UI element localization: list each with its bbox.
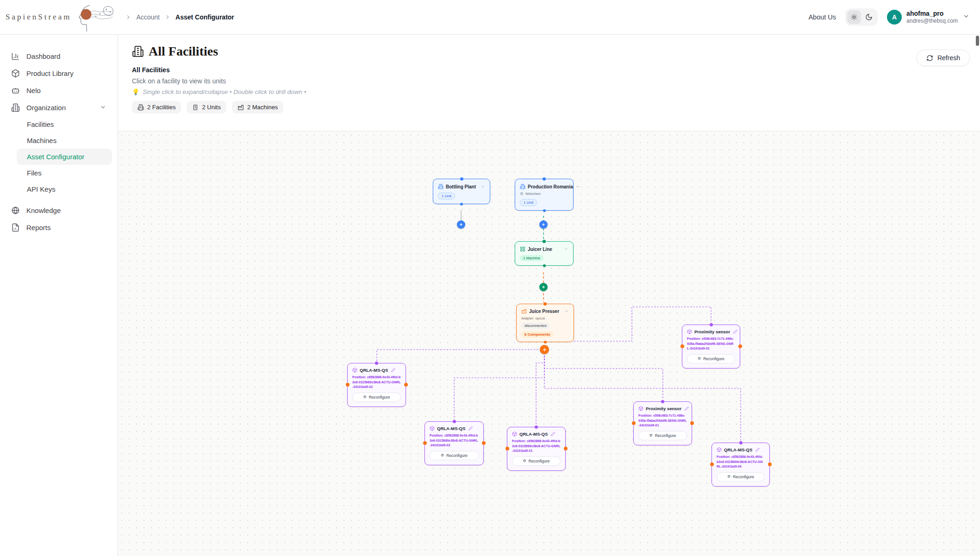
component-position: Position: c8562886-9e43-4f0d-b3e6-031566…: [512, 439, 561, 454]
node-juice-presser[interactable]: Juice Presser Adapter: opcua disconnecte…: [516, 304, 574, 342]
user-menu[interactable]: A ahofma_pro andres@thebsq.com: [887, 10, 970, 25]
units-count-badge: 2 Units: [187, 101, 226, 113]
sidebar-item-dashboard[interactable]: Dashboard: [6, 48, 112, 65]
node-proximity-sensor-01[interactable]: Proximity sensor Position: e508c983-7c71…: [633, 401, 692, 445]
sidebar-item-nelo[interactable]: Nelo: [6, 82, 112, 99]
light-mode-button[interactable]: [847, 10, 861, 24]
dark-mode-button[interactable]: [862, 10, 876, 24]
connection-handle[interactable]: [453, 420, 456, 423]
sidebar-item-asset-configurator[interactable]: Asset Configurator: [17, 149, 112, 165]
connection-handle[interactable]: [535, 425, 538, 429]
refresh-button[interactable]: Refresh: [917, 50, 970, 66]
breadcrumb-account[interactable]: Account: [136, 13, 160, 21]
add-machine-button[interactable]: [539, 283, 548, 291]
connection-handle[interactable]: [506, 447, 509, 450]
connection-handle[interactable]: [543, 209, 546, 212]
reconfigure-button[interactable]: ⚙ Reconfigure: [687, 354, 735, 363]
node-juicer-line[interactable]: Juicer Line 1 Machine: [515, 241, 574, 266]
component-box-icon: [352, 368, 357, 373]
node-component-qrla-03[interactable]: QRLA-MS-QS Position: c8562886-9e43-4f0d-…: [424, 421, 484, 465]
chevron-down-icon: [962, 12, 970, 22]
sidebar-item-facilities[interactable]: Facilities: [17, 116, 112, 132]
sidebar-item-label: Dashboard: [26, 52, 106, 60]
edit-pencil-icon[interactable]: [733, 330, 737, 334]
node-production-romania[interactable]: Production Romania München 1 Unit: [515, 179, 574, 211]
connection-handle[interactable]: [768, 462, 772, 466]
connection-handle[interactable]: [710, 462, 714, 466]
connection-handle[interactable]: [482, 441, 486, 445]
reconfigure-label: Reconfigure: [733, 475, 754, 479]
component-box-icon: [687, 329, 692, 334]
scrollbar-thumb[interactable]: [976, 36, 979, 46]
reconfigure-button[interactable]: ⚙ Reconfigure: [352, 393, 401, 402]
edit-pencil-icon[interactable]: [391, 368, 395, 372]
connection-handle[interactable]: [632, 421, 636, 425]
facility-location: München: [525, 192, 541, 196]
connection-handle[interactable]: [460, 203, 463, 206]
reconfigure-button[interactable]: ⚙ Reconfigure: [638, 431, 687, 440]
sidebar-item-reports[interactable]: Reports: [6, 219, 112, 236]
sidebar-item-label: Nelo: [26, 87, 106, 94]
node-proximity-sensor-02[interactable]: Proximity sensor Position: e508c983-7c71…: [682, 325, 740, 369]
gear-icon: ⚙: [727, 475, 730, 479]
edit-pencil-icon[interactable]: [468, 426, 473, 431]
add-unit-button[interactable]: [539, 220, 548, 229]
reconfigure-button[interactable]: ⚙ Reconfigure: [512, 456, 561, 466]
edit-pencil-icon[interactable]: [755, 448, 760, 452]
edit-pencil-icon[interactable]: [685, 406, 689, 411]
add-component-button[interactable]: [540, 345, 549, 354]
connection-handle[interactable]: [738, 344, 742, 348]
gear-icon: ⚙: [523, 459, 526, 463]
connection-handle[interactable]: [710, 323, 713, 326]
connection-handle[interactable]: [423, 441, 427, 445]
user-name: ahofma_pro: [906, 10, 958, 18]
collapse-icon[interactable]: [564, 247, 568, 251]
sidebar-item-api-keys[interactable]: API Keys: [17, 181, 112, 197]
reconfigure-label: Reconfigure: [369, 395, 390, 400]
node-component-qrla-02[interactable]: QRLA-MS-QS Position: c8562886-9e43-4f0d-…: [347, 363, 406, 407]
lightbulb-icon: 💡: [132, 88, 139, 95]
connection-handle[interactable]: [680, 344, 684, 348]
connection-handle[interactable]: [375, 362, 378, 365]
sidebar-item-label: Files: [27, 169, 106, 177]
grid-icon: [520, 246, 525, 252]
add-unit-button[interactable]: [457, 220, 465, 229]
about-us-link[interactable]: About Us: [808, 13, 836, 21]
connection-handle[interactable]: [739, 441, 743, 444]
collapse-icon[interactable]: [564, 309, 569, 313]
flow-canvas[interactable]: Bottling Plant 1 Unit Production Romania: [118, 131, 980, 556]
reconfigure-button[interactable]: ⚙ Reconfigure: [430, 451, 479, 460]
sidebar: Dashboard Product Library Nelo Organizat…: [0, 35, 118, 556]
section-description: Click on a facility to view its units: [132, 77, 980, 85]
expand-icon[interactable]: [481, 184, 485, 189]
collapse-icon[interactable]: [575, 184, 580, 189]
edit-pencil-icon[interactable]: [551, 432, 555, 436]
node-component-qrla-04[interactable]: QRLA-MS-QS Position: c8562886-9e43-4f0d-…: [712, 443, 770, 487]
connection-handle[interactable]: [543, 264, 546, 267]
connection-handle[interactable]: [543, 240, 546, 243]
plus-icon: [541, 222, 546, 227]
sidebar-item-knowledge[interactable]: Knowledge: [6, 202, 112, 219]
connection-handle[interactable]: [460, 177, 463, 181]
unit-count-badge: 1 Unit: [520, 199, 537, 206]
node-bottling-plant[interactable]: Bottling Plant 1 Unit: [433, 179, 490, 204]
connection-handle[interactable]: [346, 383, 350, 387]
plus-icon: [459, 222, 463, 227]
sidebar-item-files[interactable]: Files: [17, 165, 112, 181]
connection-handle[interactable]: [543, 177, 546, 181]
node-component-qrla-01[interactable]: QRLA-MS-QS Position: c8562886-9e43-4f0d-…: [507, 427, 566, 471]
connection-handle[interactable]: [404, 383, 408, 387]
file-chart-icon: [11, 223, 20, 232]
components-count-badge: 6 Components: [521, 331, 554, 337]
connection-handle[interactable]: [690, 421, 694, 425]
sidebar-item-label: Knowledge: [26, 206, 106, 214]
sidebar-item-label: Machines: [27, 137, 106, 144]
connection-handle[interactable]: [543, 302, 547, 306]
connection-handle[interactable]: [564, 447, 568, 450]
sidebar-item-product-library[interactable]: Product Library: [6, 65, 112, 82]
connection-handle[interactable]: [661, 400, 664, 403]
reconfigure-button[interactable]: ⚙ Reconfigure: [717, 472, 765, 481]
connection-handle[interactable]: [544, 341, 547, 344]
sidebar-item-machines[interactable]: Machines: [17, 132, 112, 149]
sidebar-item-organization[interactable]: Organization: [6, 99, 112, 116]
